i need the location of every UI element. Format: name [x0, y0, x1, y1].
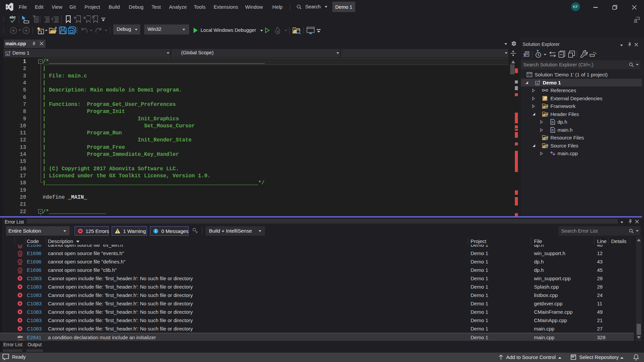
- svg-text:abc: abc: [17, 335, 23, 339]
- svg-text:h: h: [552, 120, 554, 124]
- svg-text:h: h: [552, 128, 554, 132]
